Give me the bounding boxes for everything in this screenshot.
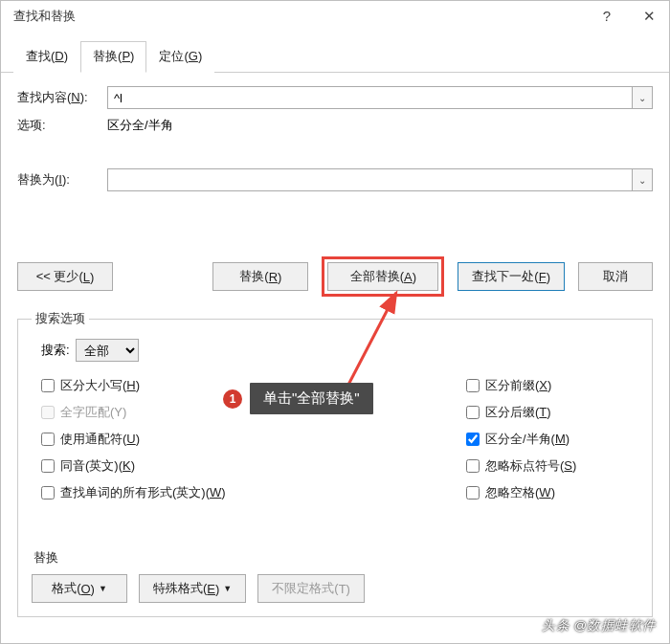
opt-full-half[interactable]: 区分全/半角(M) (466, 431, 638, 448)
annotation-number: 1 (223, 389, 242, 409)
find-input[interactable] (107, 86, 653, 109)
annotation-text: 单击"全部替换" (250, 383, 373, 414)
highlight-replace-all: 全部替换(A) (322, 256, 444, 297)
replace-dropdown-icon[interactable]: ⌄ (632, 168, 653, 191)
tab-replace[interactable]: 替换(P) (80, 41, 146, 73)
opt-wildcards[interactable]: 使用通配符(U) (41, 431, 457, 448)
search-direction-label: 搜索: (41, 342, 70, 359)
opt-sounds-like[interactable]: 同音(英文)(K) (41, 457, 457, 475)
search-options-group: 搜索选项 搜索: 全部 区分大小写(H) 全字匹配(Y) 使用通配符(U) 同音… (17, 310, 653, 617)
replace-all-button[interactable]: 全部替换(A) (327, 262, 438, 291)
opt-prefix[interactable]: 区分前缀(X) (466, 377, 638, 394)
search-options-legend: 搜索选项 (32, 310, 89, 327)
annotation-callout: 1 单击"全部替换" (223, 383, 373, 414)
help-button[interactable]: ? (586, 0, 628, 33)
opt-word-forms[interactable]: 查找单词的所有形式(英文)(W) (41, 484, 457, 501)
opt-ignore-punct[interactable]: 忽略标点符号(S) (466, 457, 638, 475)
close-button[interactable]: ✕ (628, 0, 670, 33)
tab-find[interactable]: 查找(D) (13, 41, 80, 73)
no-format-button: 不限定格式(T) (257, 574, 365, 603)
find-next-button[interactable]: 查找下一处(F) (458, 262, 565, 291)
tab-goto[interactable]: 定位(G) (146, 41, 214, 73)
chevron-down-icon: ▼ (223, 584, 232, 593)
cancel-button[interactable]: 取消 (578, 262, 653, 291)
replace-section-label: 替换 (34, 549, 638, 566)
replace-label: 替换为(I): (17, 171, 107, 189)
tab-strip: 查找(D) 替换(P) 定位(G) (0, 33, 670, 73)
watermark: 头条 @数据蛙软件 (542, 617, 657, 634)
window-title: 查找和替换 (13, 8, 586, 25)
replace-input[interactable] (107, 168, 653, 191)
search-direction-select[interactable]: 全部 (76, 339, 139, 362)
format-button[interactable]: 格式(O)▼ (32, 574, 127, 603)
less-button[interactable]: << 更少(L) (17, 262, 113, 291)
opt-ignore-space[interactable]: 忽略空格(W) (466, 484, 638, 501)
options-value: 区分全/半角 (107, 117, 173, 134)
replace-button[interactable]: 替换(R) (212, 262, 308, 291)
special-format-button[interactable]: 特殊格式(E)▼ (139, 574, 246, 603)
opt-suffix[interactable]: 区分后缀(T) (466, 404, 638, 421)
options-label: 选项: (17, 117, 107, 134)
find-dropdown-icon[interactable]: ⌄ (632, 86, 653, 109)
chevron-down-icon: ▼ (99, 584, 107, 593)
find-label: 查找内容(N): (17, 89, 107, 106)
